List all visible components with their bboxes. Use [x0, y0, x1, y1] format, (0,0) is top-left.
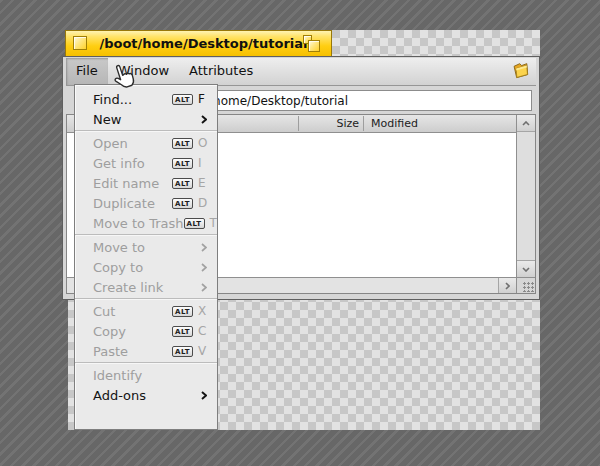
menu-item-label: Paste [93, 344, 172, 359]
menu-item-attributes[interactable]: Attributes [179, 58, 263, 85]
zoom-button-front-square [308, 40, 320, 52]
location-input[interactable] [173, 90, 532, 111]
menu-separator [75, 130, 217, 132]
menu-item-create-link[interactable]: Create link [75, 277, 217, 297]
alt-key-badge: ALT [172, 306, 193, 317]
column-header-modified[interactable]: Modified [371, 117, 418, 130]
menu-separator [75, 234, 217, 236]
scroll-right-button[interactable] [498, 278, 516, 293]
submenu-arrow-icon [201, 243, 207, 252]
menu-item-find[interactable]: Find... ALT F [75, 89, 217, 109]
alt-key-badge: ALT [172, 158, 193, 169]
menu-item-copy-to[interactable]: Copy to [75, 257, 217, 277]
menu-item-label: Create link [93, 280, 201, 295]
chevron-right-icon [505, 282, 510, 290]
menu-item-label: Move to [93, 240, 201, 255]
alt-key-badge: ALT [172, 178, 193, 189]
menu-item-get-info[interactable]: Get info ALT I [75, 153, 217, 173]
chevron-down-icon [522, 267, 530, 272]
menu-item-label: Copy [93, 324, 172, 339]
menu-item-label: Cut [93, 304, 172, 319]
window-title-tab[interactable]: /boot/home/Desktop/tutorial [65, 30, 332, 56]
menu-item-add-ons[interactable]: Add-ons [75, 385, 217, 405]
shortcut-letter: D [198, 196, 209, 210]
shortcut-letter: O [198, 136, 209, 150]
menu-item-move-to-trash[interactable]: Move to Trash ALT T [75, 213, 217, 233]
submenu-arrow-icon [201, 283, 207, 292]
shortcut-letter: X [198, 304, 209, 318]
close-button[interactable] [73, 36, 87, 50]
column-divider[interactable] [363, 116, 364, 131]
window-title: /boot/home/Desktop/tutorial [66, 36, 331, 51]
alt-key-badge: ALT [172, 346, 193, 357]
menu-item-label: Add-ons [93, 388, 201, 403]
menu-item-new[interactable]: New [75, 109, 217, 129]
shortcut-letter: V [198, 344, 209, 358]
chevron-up-icon [522, 121, 530, 126]
menu-item-label: Duplicate [93, 196, 172, 211]
menu-item-label: Identify [93, 368, 209, 383]
shortcut-letter: E [198, 176, 209, 190]
alt-key-badge: ALT [172, 326, 193, 337]
menu-item-window[interactable]: Window [108, 58, 179, 85]
zoom-button[interactable] [303, 35, 323, 53]
alt-key-badge: ALT [172, 94, 193, 105]
file-menu: Find... ALT F New Open ALT O Get info AL… [74, 84, 218, 430]
menu-separator [75, 362, 217, 364]
menu-separator [75, 298, 217, 300]
folder-icon [511, 61, 533, 81]
menu-item-label: Edit name [93, 176, 172, 191]
shortcut-letter: F [198, 92, 209, 106]
menu-item-identify[interactable]: Identify [75, 365, 217, 385]
menu-item-label: Move to Trash [93, 216, 184, 231]
submenu-arrow-icon [201, 263, 207, 272]
menu-item-label: Open [93, 136, 172, 151]
submenu-arrow-icon [201, 391, 207, 400]
shortcut-letter: T [210, 216, 218, 230]
menu-item-edit-name[interactable]: Edit name ALT E [75, 173, 217, 193]
alt-key-badge: ALT [172, 198, 193, 209]
menu-item-label: Copy to [93, 260, 201, 275]
column-header-size[interactable]: Size [299, 117, 365, 130]
shortcut-letter: C [198, 324, 209, 338]
scroll-down-button[interactable] [517, 260, 535, 277]
alt-key-badge: ALT [184, 218, 205, 229]
vertical-scrollbar[interactable] [516, 115, 535, 277]
scroll-up-button[interactable] [517, 115, 535, 132]
menu-item-open[interactable]: Open ALT O [75, 133, 217, 153]
resize-grip-dots [523, 282, 534, 292]
resize-corner[interactable] [516, 277, 535, 293]
menu-item-file[interactable]: File [66, 58, 108, 85]
menu-item-label: Find... [93, 92, 172, 107]
menu-item-cut[interactable]: Cut ALT X [75, 301, 217, 321]
submenu-arrow-icon [201, 115, 207, 124]
menu-item-copy[interactable]: Copy ALT C [75, 321, 217, 341]
shortcut-letter: I [198, 156, 209, 170]
menu-bar: File Window Attributes [66, 58, 536, 86]
desktop: /boot/home/Desktop/tutorial File Window … [0, 0, 600, 466]
menu-item-label: Get info [93, 156, 172, 171]
menu-item-duplicate[interactable]: Duplicate ALT D [75, 193, 217, 213]
alt-key-badge: ALT [172, 138, 193, 149]
menu-item-move-to[interactable]: Move to [75, 237, 217, 257]
menu-item-paste[interactable]: Paste ALT V [75, 341, 217, 361]
menu-item-label: New [93, 112, 201, 127]
